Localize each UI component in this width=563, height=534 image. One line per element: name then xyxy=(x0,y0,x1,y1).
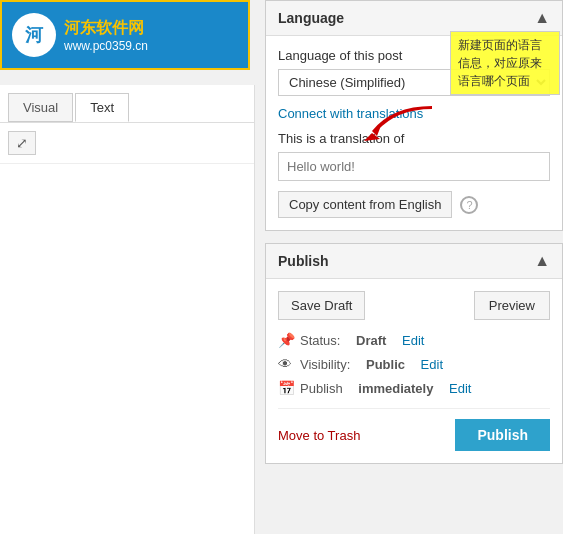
tab-visual[interactable]: Visual xyxy=(8,93,73,122)
logo-letter: 河 xyxy=(25,23,43,47)
editor-panel: Visual Text ⤢ xyxy=(0,85,255,534)
preview-button[interactable]: Preview xyxy=(474,291,550,320)
publish-edit-link[interactable]: Edit xyxy=(449,381,471,396)
language-panel-body: Language of this post Chinese (Simplifie… xyxy=(266,36,562,230)
language-of-post-label: Language of this post xyxy=(278,48,550,63)
copy-row: Copy content from English ? xyxy=(278,191,550,218)
editor-toolbar: ⤢ xyxy=(0,123,254,164)
publish-time-row: 📅 Publish immediately Edit xyxy=(278,380,550,396)
publish-button[interactable]: Publish xyxy=(455,419,550,451)
watermark-site-name: 河东软件网 xyxy=(64,18,148,39)
translation-of-label: This is a translation of xyxy=(278,131,550,146)
language-select-wrapper: Chinese (Simplified) xyxy=(278,69,550,96)
expand-icon: ⤢ xyxy=(16,135,28,151)
watermark-logo: 河 xyxy=(12,13,56,57)
help-icon[interactable]: ? xyxy=(460,196,478,214)
visibility-row: 👁 Visibility: Public Edit xyxy=(278,356,550,372)
publish-panel-header: Publish ▲ xyxy=(266,244,562,279)
status-label: Status: xyxy=(300,333,340,348)
language-panel-header: Language ▲ xyxy=(266,1,562,36)
editor-tabs: Visual Text xyxy=(0,85,254,123)
right-panels: Language ▲ Language of this post Chinese… xyxy=(265,0,563,534)
publish-panel-body: Save Draft Preview 📌 Status: Draft Edit … xyxy=(266,279,562,463)
watermark-url: www.pc0359.cn xyxy=(64,39,148,53)
tab-text[interactable]: Text xyxy=(75,93,129,122)
publish-value: immediately xyxy=(358,381,433,396)
status-icon: 📌 xyxy=(278,332,294,348)
visibility-label: Visibility: xyxy=(300,357,350,372)
publish-top-row: Save Draft Preview xyxy=(278,291,550,320)
watermark-text: 河东软件网 www.pc0359.cn xyxy=(64,18,148,53)
publish-footer: Move to Trash Publish xyxy=(278,408,550,451)
translation-input[interactable] xyxy=(278,152,550,181)
save-draft-button[interactable]: Save Draft xyxy=(278,291,365,320)
copy-content-button[interactable]: Copy content from English xyxy=(278,191,452,218)
publish-panel-collapse[interactable]: ▲ xyxy=(534,252,550,270)
visibility-icon: 👁 xyxy=(278,356,294,372)
publish-meta: 📌 Status: Draft Edit 👁 Visibility: Publi… xyxy=(278,332,550,396)
language-panel-collapse[interactable]: ▲ xyxy=(534,9,550,27)
language-select[interactable]: Chinese (Simplified) xyxy=(278,69,550,96)
visibility-value: Public xyxy=(366,357,405,372)
language-panel: Language ▲ Language of this post Chinese… xyxy=(265,0,563,231)
status-row: 📌 Status: Draft Edit xyxy=(278,332,550,348)
connect-translations-link[interactable]: Connect with translations xyxy=(278,106,550,121)
visibility-edit-link[interactable]: Edit xyxy=(421,357,443,372)
calendar-icon: 📅 xyxy=(278,380,294,396)
publish-panel-title: Publish xyxy=(278,253,329,269)
status-edit-link[interactable]: Edit xyxy=(402,333,424,348)
publish-panel: Publish ▲ Save Draft Preview 📌 Status: D… xyxy=(265,243,563,464)
expand-button[interactable]: ⤢ xyxy=(8,131,36,155)
move-to-trash-link[interactable]: Move to Trash xyxy=(278,428,360,443)
status-value: Draft xyxy=(356,333,386,348)
language-panel-title: Language xyxy=(278,10,344,26)
watermark-banner: 河 河东软件网 www.pc0359.cn xyxy=(0,0,250,70)
publish-label: Publish xyxy=(300,381,343,396)
